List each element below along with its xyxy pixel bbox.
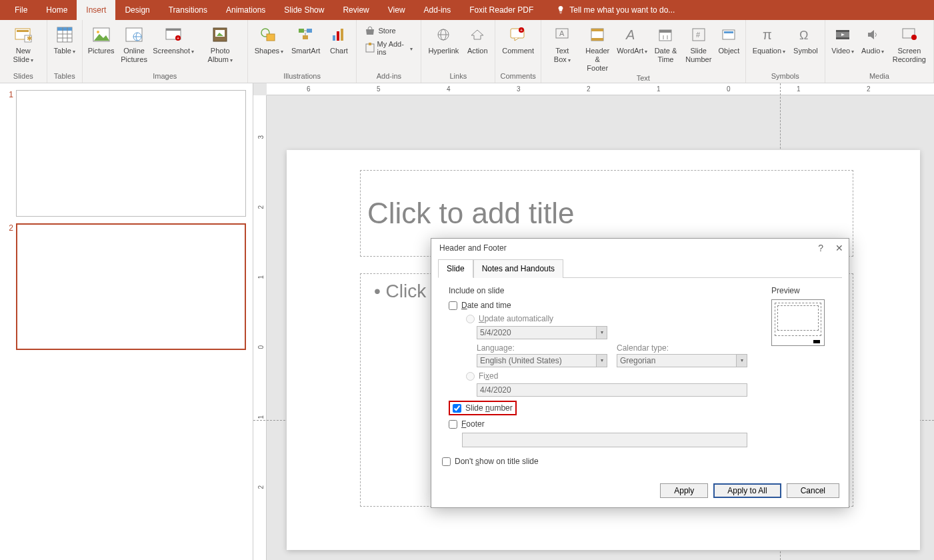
new-slide-button[interactable]: ✱ New Slide [3,23,44,66]
hyperlink-button[interactable]: Hyperlink [424,23,463,57]
tab-review[interactable]: Review [333,0,378,20]
pictures-button[interactable]: Pictures [85,23,117,57]
screen-recording-button[interactable]: Screen Recording [888,23,931,65]
header-footer-button[interactable]: Header & Footer [581,23,615,74]
thumb-number-1: 1 [7,90,16,217]
chevron-down-icon: ▾ [596,355,607,367]
hyperlink-icon [435,27,452,42]
symbol-icon: Ω [798,27,813,42]
shapes-button[interactable]: Shapes [251,23,287,57]
group-label-illustrations: Illustrations [251,72,354,81]
cancel-button[interactable]: Cancel [787,483,839,498]
svg-rect-26 [333,35,335,41]
action-button[interactable]: Action [463,23,492,57]
dialog-tab-slide[interactable]: Slide [438,259,473,278]
group-tables: Table Tables [47,20,83,83]
caltype-combo: Gregorian▾ [617,354,747,367]
group-label-images: Images [85,72,245,81]
photo-album-button[interactable]: Photo Album [196,23,245,66]
screenshot-button[interactable]: +Screenshot [151,23,196,57]
addins-icon [365,43,374,53]
new-slide-icon: ✱ [14,26,33,43]
language-label: Language: [477,343,607,353]
group-symbols: πEquation ΩSymbol Symbols [746,20,825,83]
ribbon-tabs: File Home Insert Design Transitions Anim… [0,0,934,20]
comment-icon: + [509,27,527,42]
chevron-down-icon: ▾ [596,327,607,339]
svg-rect-5 [57,27,72,31]
dont-show-title-checkbox[interactable] [442,457,451,466]
tellme-text: Tell me what you want to do... [569,5,675,15]
datetime-checkbox-row[interactable]: Date and time [449,301,758,310]
video-button[interactable]: Video [828,23,858,57]
datetime-checkbox[interactable] [449,301,457,310]
chart-button[interactable]: Chart [324,23,353,57]
comment-button[interactable]: +Comment [498,23,538,57]
tellme-search[interactable]: Tell me what you want to do... [556,5,675,15]
footer-input [462,433,747,447]
datetime-icon [658,27,673,42]
tab-view[interactable]: View [379,0,415,20]
apply-to-all-button[interactable]: Apply to All [713,483,781,498]
audio-button[interactable]: Audio [858,23,888,57]
tab-design[interactable]: Design [115,0,159,20]
textbox-button[interactable]: AText Box [544,23,581,66]
slide-thumbnail-1[interactable] [16,90,246,217]
footer-checkbox[interactable] [449,420,457,429]
tab-animations[interactable]: Animations [217,0,275,20]
tab-foxit[interactable]: Foxit Reader PDF [460,0,543,20]
tab-transitions[interactable]: Transitions [159,0,217,20]
svg-rect-44 [659,30,671,33]
preview-label: Preview [771,286,838,295]
group-text: AText Box Header & Footer AWordArt Date … [541,20,746,83]
svg-rect-24 [307,29,312,33]
update-auto-radio-row: Update automatically [466,314,758,323]
help-icon[interactable]: ? [818,243,823,253]
slide-thumbnail-2[interactable] [16,223,246,350]
online-pictures-button[interactable]: Online Pictures [117,23,151,65]
svg-text:+: + [520,28,523,33]
equation-button[interactable]: πEquation [749,23,789,57]
tab-addins[interactable]: Add-ins [415,0,461,20]
close-icon[interactable]: ✕ [835,243,843,253]
svg-rect-30 [369,43,371,45]
slide-number-checkbox[interactable] [453,404,461,413]
svg-text:A: A [625,27,635,42]
datetime-button[interactable]: Date & Time [650,23,682,65]
group-label-addins: Add-ins [359,72,418,81]
chevron-down-icon: ▾ [736,355,747,367]
svg-rect-1 [17,30,29,32]
table-button[interactable]: Table [50,23,79,57]
tab-insert[interactable]: Insert [77,0,115,20]
table-icon [56,26,73,43]
slide-number-button[interactable]: #Slide Number [681,23,715,65]
svg-rect-23 [299,29,304,33]
store-button[interactable]: Store [363,24,414,37]
slide-number-icon: # [691,27,706,42]
dont-show-title-row[interactable]: Don't show on title slide [442,457,758,466]
svg-rect-22 [267,34,275,41]
svg-rect-40 [591,29,603,31]
apply-button[interactable]: Apply [660,483,708,498]
symbol-button[interactable]: ΩSymbol [789,23,822,57]
svg-rect-28 [341,29,343,41]
tab-file[interactable]: File [5,0,37,20]
screenshot-icon: + [165,27,182,42]
slide-panel[interactable]: 1 2 [0,83,253,560]
dialog-tab-notes[interactable]: Notes and Handouts [473,259,563,278]
pictures-icon [93,27,110,42]
my-addins-button[interactable]: My Add-ins [363,39,414,57]
svg-rect-55 [836,37,849,39]
smartart-button[interactable]: SmartArt [287,23,324,57]
svg-text:+: + [177,36,179,41]
photo-album-icon [211,27,229,42]
tab-home[interactable]: Home [37,0,77,20]
equation-icon: π [761,27,776,42]
wordart-button[interactable]: AWordArt [615,23,650,57]
group-comments: +Comment Comments [495,20,541,83]
textbox-icon: A [555,27,569,42]
group-label-symbols: Symbols [749,72,822,81]
footer-checkbox-row[interactable]: Footer [449,419,758,429]
object-button[interactable]: Object [715,23,742,57]
tab-slideshow[interactable]: Slide Show [275,0,333,20]
